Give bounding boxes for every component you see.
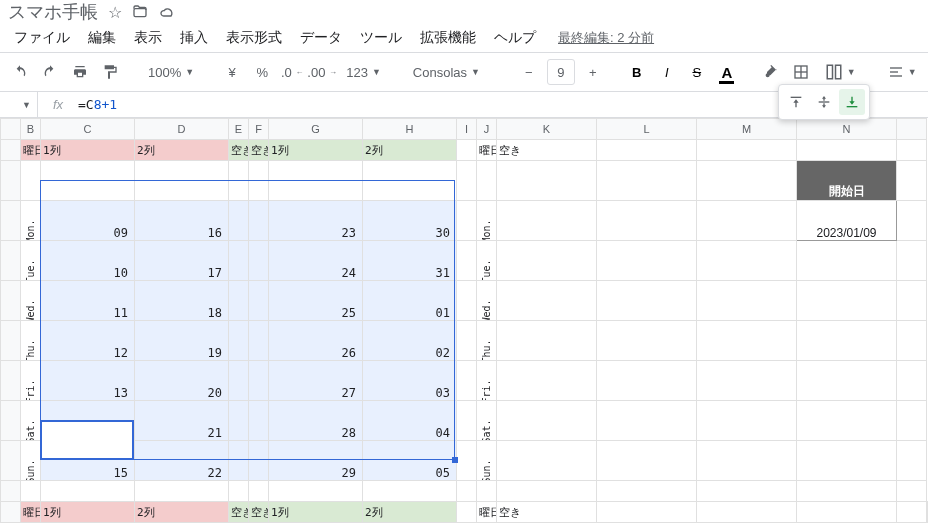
cell[interactable] [497, 361, 597, 401]
cell[interactable] [21, 161, 41, 201]
cell[interactable]: 2列 [135, 502, 229, 523]
cell[interactable] [697, 481, 797, 502]
cell[interactable] [249, 281, 269, 321]
row-header[interactable] [1, 201, 21, 241]
cell[interactable] [897, 321, 927, 361]
cell[interactable] [597, 401, 697, 441]
cell[interactable] [457, 401, 477, 441]
cell[interactable]: 1列 [41, 140, 135, 161]
increase-decimal[interactable]: .00 → [310, 59, 334, 85]
h-align-button[interactable]: ▼ [882, 59, 923, 85]
menu-format[interactable]: 表示形式 [218, 25, 290, 51]
cell[interactable] [497, 241, 597, 281]
star-icon[interactable]: ☆ [108, 3, 122, 22]
cell[interactable] [597, 241, 697, 281]
cell[interactable] [597, 321, 697, 361]
cell[interactable] [457, 321, 477, 361]
cell[interactable] [697, 140, 797, 161]
valign-middle-icon[interactable] [811, 89, 837, 115]
zoom-select[interactable]: 100%▼ [142, 59, 200, 85]
font-size-decrease[interactable]: − [517, 59, 541, 85]
cell[interactable]: 04 [363, 401, 457, 441]
cell[interactable] [497, 441, 597, 481]
cell[interactable] [457, 361, 477, 401]
italic-button[interactable]: I [655, 59, 679, 85]
font-size-input[interactable]: 9 [547, 59, 575, 85]
start-date-cell[interactable]: 2023/01/09 [797, 201, 897, 241]
day-label[interactable]: Tue. [477, 241, 497, 281]
cell[interactable] [457, 241, 477, 281]
cell[interactable] [229, 281, 249, 321]
cell[interactable] [597, 361, 697, 401]
cell[interactable]: 16 [135, 201, 229, 241]
cell[interactable] [229, 201, 249, 241]
col-header[interactable]: D [135, 119, 229, 140]
menu-insert[interactable]: 挿入 [172, 25, 216, 51]
font-size-increase[interactable]: + [581, 59, 605, 85]
cell[interactable] [797, 241, 897, 281]
cell[interactable] [229, 441, 249, 481]
cell[interactable]: 空き [229, 502, 249, 523]
cell[interactable] [457, 481, 477, 502]
day-label[interactable]: Fri. [477, 361, 497, 401]
number-format[interactable]: 123▼ [340, 59, 387, 85]
spreadsheet-grid[interactable]: B C D E F G H I J K L M N 曜日1列2列空き空き1列2列… [0, 118, 928, 523]
cell[interactable] [797, 361, 897, 401]
cell[interactable] [497, 481, 597, 502]
cell[interactable]: 30 [363, 201, 457, 241]
cell[interactable] [897, 161, 927, 201]
cell[interactable] [41, 161, 135, 201]
row-header[interactable] [1, 361, 21, 401]
cell[interactable]: 22 [135, 441, 229, 481]
cell[interactable] [249, 241, 269, 281]
row-header[interactable] [1, 241, 21, 281]
cell[interactable] [229, 161, 249, 201]
row-header[interactable] [1, 401, 21, 441]
cell[interactable] [597, 502, 697, 523]
cell[interactable]: 18 [135, 281, 229, 321]
cell[interactable] [457, 281, 477, 321]
menu-help[interactable]: ヘルプ [486, 25, 544, 51]
cell[interactable] [135, 161, 229, 201]
row-header[interactable] [1, 441, 21, 481]
cell[interactable]: 23 [269, 201, 363, 241]
col-header[interactable]: N [797, 119, 897, 140]
cell[interactable] [249, 361, 269, 401]
cell[interactable]: 1列 [41, 502, 135, 523]
cell[interactable]: 17 [135, 241, 229, 281]
bold-button[interactable]: B [625, 59, 649, 85]
menu-data[interactable]: データ [292, 25, 350, 51]
day-label[interactable]: Mon. [21, 201, 41, 241]
cell[interactable]: 29 [269, 441, 363, 481]
cell[interactable] [597, 201, 697, 241]
cell[interactable] [797, 321, 897, 361]
doc-title[interactable]: スマホ手帳 [8, 0, 98, 24]
cell[interactable] [41, 481, 135, 502]
cell[interactable] [229, 321, 249, 361]
row-header[interactable] [1, 502, 21, 523]
formula-input[interactable]: =C8+1 [78, 97, 117, 112]
cell[interactable] [457, 140, 477, 161]
menu-file[interactable]: ファイル [6, 25, 78, 51]
menu-view[interactable]: 表示 [126, 25, 170, 51]
cell[interactable] [697, 201, 797, 241]
day-label[interactable]: Sun. [477, 441, 497, 481]
cell[interactable]: 1列 [269, 140, 363, 161]
menu-tools[interactable]: ツール [352, 25, 410, 51]
cell[interactable] [897, 481, 927, 502]
row-header[interactable] [1, 481, 21, 502]
row-header[interactable] [1, 281, 21, 321]
cell[interactable] [477, 161, 497, 201]
cell[interactable] [497, 401, 597, 441]
cell[interactable] [927, 502, 928, 523]
day-label[interactable]: Thu. [477, 321, 497, 361]
cell[interactable]: 03 [363, 361, 457, 401]
col-header[interactable]: K [497, 119, 597, 140]
cell[interactable]: 27 [269, 361, 363, 401]
cell[interactable] [497, 201, 597, 241]
cell[interactable] [457, 502, 477, 523]
cell[interactable] [363, 481, 457, 502]
cell[interactable]: 2列 [363, 502, 457, 523]
cell[interactable]: 2列 [363, 140, 457, 161]
cell[interactable]: 21 [135, 401, 229, 441]
